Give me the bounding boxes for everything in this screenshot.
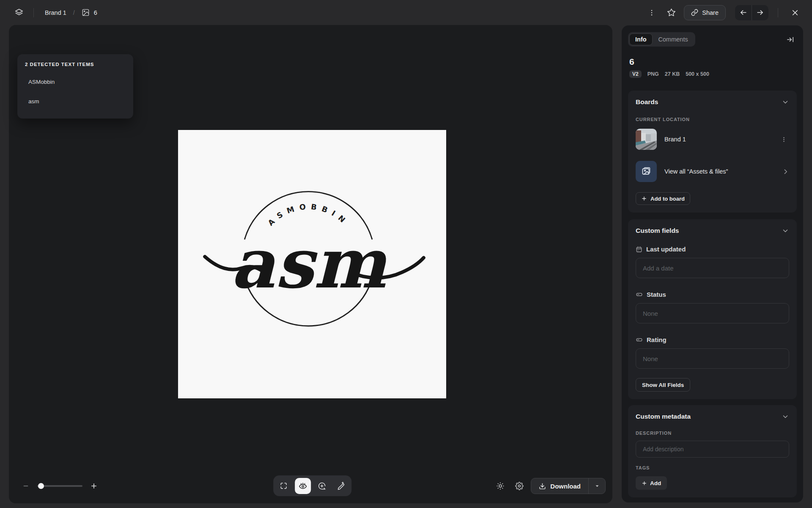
topbar-divider-right (778, 8, 778, 17)
eye-icon (299, 482, 307, 490)
breadcrumb: Brand 1 / 6 (45, 8, 97, 17)
custom-fields-section: Custom fields Last updated Status Rating (628, 219, 797, 399)
detected-text-item[interactable]: asm (17, 91, 133, 111)
share-button[interactable]: Share (684, 5, 726, 20)
download-split-button: Download (531, 478, 606, 494)
topbar-divider (33, 8, 34, 17)
gear-icon (515, 482, 524, 490)
download-button[interactable]: Download (531, 478, 588, 494)
breadcrumb-separator: / (73, 9, 75, 16)
board-row[interactable]: Brand 1 (636, 129, 789, 150)
add-tag-button[interactable]: Add (636, 476, 667, 490)
view-all-assets-row[interactable]: View all “Assets & files” (636, 161, 789, 182)
download-label: Download (550, 483, 581, 490)
breadcrumb-asset-name: 6 (94, 9, 97, 16)
link-icon (691, 9, 698, 16)
field-label-status: Status (636, 291, 789, 298)
breadcrumb-asset: 6 (82, 8, 97, 17)
arrow-right-icon (756, 8, 764, 17)
layers-icon (14, 8, 24, 17)
visual-search-toggle-button[interactable] (295, 478, 311, 494)
field-label-text: Rating (647, 336, 667, 343)
show-all-fields-button[interactable]: Show All Fields (636, 378, 690, 392)
current-location-label: CURRENT LOCATION (636, 117, 789, 122)
fit-screen-icon (280, 482, 288, 490)
board-thumbnail (636, 129, 657, 150)
asm-logo-graphic: ASMOBBIN asm (178, 130, 446, 398)
add-to-board-button[interactable]: Add to board (636, 192, 690, 205)
custom-metadata-section: Custom metadata DESCRIPTION TAGS Add (628, 405, 797, 497)
favorite-button[interactable] (664, 6, 678, 19)
previous-asset-button[interactable] (735, 5, 752, 20)
brightness-button[interactable] (493, 478, 508, 494)
next-asset-button[interactable] (752, 5, 768, 20)
chevron-down-icon[interactable] (782, 227, 789, 235)
asset-preview-image: ASMOBBIN asm (178, 130, 446, 398)
asset-title: 6 (629, 57, 797, 67)
zoom-in-button[interactable] (89, 481, 99, 491)
download-icon (539, 483, 546, 490)
description-label: DESCRIPTION (636, 431, 789, 436)
top-bar: Brand 1 / 6 Share (0, 0, 812, 25)
zoom-control (21, 480, 99, 492)
chevron-down-icon[interactable] (782, 413, 789, 420)
image-icon (82, 8, 90, 17)
asset-meta-row: V2 PNG 27 KB 500 x 500 (629, 70, 797, 78)
comment-plus-icon (318, 482, 326, 490)
sun-icon (496, 482, 505, 490)
boards-header: Boards (636, 98, 658, 106)
share-label: Share (702, 9, 719, 16)
last-updated-input[interactable] (636, 258, 789, 278)
custom-fields-header: Custom fields (636, 227, 679, 235)
detected-text-title: 2 DETECTED TEXT ITEMS (17, 54, 133, 67)
zoom-slider-track[interactable] (37, 485, 82, 487)
file-size: 27 KB (665, 71, 680, 77)
select-pill-icon (636, 336, 643, 343)
caret-down-icon (595, 483, 600, 489)
close-button[interactable] (788, 6, 802, 19)
assets-library-icon-tile (636, 161, 657, 182)
download-options-button[interactable] (589, 478, 605, 494)
minus-icon (22, 483, 29, 489)
field-label-last-updated: Last updated (636, 246, 789, 253)
tab-info[interactable]: Info (629, 33, 653, 45)
add-comment-button[interactable] (314, 478, 330, 494)
detected-text-item[interactable]: ASMobbin (17, 72, 133, 91)
plus-icon (642, 480, 647, 486)
field-label-rating: Rating (636, 336, 789, 343)
chevron-down-icon[interactable] (782, 98, 789, 106)
add-tag-label: Add (650, 480, 661, 486)
file-dimensions: 500 x 500 (686, 71, 709, 77)
status-input[interactable] (636, 303, 789, 323)
board-name: Brand 1 (664, 136, 778, 143)
breadcrumb-board-link[interactable]: Brand 1 (45, 9, 66, 16)
zoom-slider-thumb[interactable] (38, 483, 44, 489)
rating-input[interactable] (636, 348, 789, 369)
field-label-text: Last updated (646, 246, 686, 253)
version-badge[interactable]: V2 (629, 70, 642, 78)
star-icon (667, 8, 676, 17)
view-all-assets-label: View all “Assets & files” (664, 168, 782, 175)
board-options-button[interactable] (778, 134, 789, 145)
collapse-right-icon (786, 36, 794, 44)
calendar-icon (636, 246, 642, 253)
description-input[interactable] (636, 441, 789, 458)
viewer-right-controls: Download (493, 478, 606, 494)
fit-to-screen-button[interactable] (276, 478, 292, 494)
file-format: PNG (647, 71, 659, 77)
logo-script-text: asm (230, 223, 387, 304)
settings-button[interactable] (512, 478, 527, 494)
asset-viewer-canvas: 2 DETECTED TEXT ITEMS ASMobbin asm ASMOB… (9, 25, 612, 503)
detected-text-list: ASMobbin asm (17, 72, 133, 111)
collapse-sidebar-button[interactable] (783, 33, 797, 46)
add-to-board-label: Add to board (650, 196, 685, 202)
select-pill-icon (636, 291, 643, 298)
zoom-out-button[interactable] (21, 481, 31, 491)
workspace-layers-button[interactable] (12, 6, 26, 19)
more-options-button[interactable] (645, 6, 658, 19)
viewer-toolbar (273, 475, 351, 496)
field-label-text: Status (647, 291, 666, 298)
close-icon (791, 9, 799, 17)
tab-comments[interactable]: Comments (653, 33, 694, 45)
magic-edit-button[interactable] (333, 478, 349, 494)
